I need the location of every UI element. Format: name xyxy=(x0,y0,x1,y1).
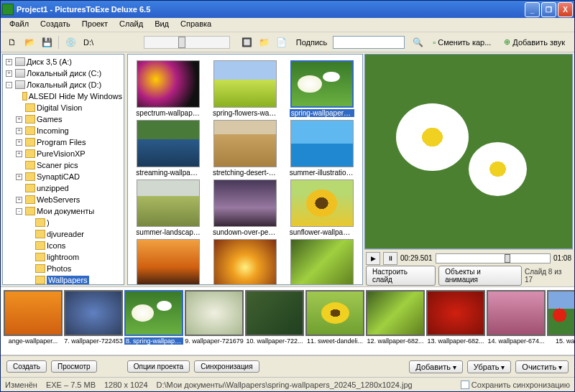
filmstrip-item[interactable]: 9. wallpaper-721679 xyxy=(185,290,244,352)
filmstrip-item[interactable]: 8. spring-wallpapers... xyxy=(124,290,183,352)
filmstrip-item[interactable]: 10. wallpaper-722... xyxy=(245,290,304,352)
tree-item[interactable]: ) xyxy=(4,217,122,228)
new-icon[interactable]: 🗋 xyxy=(5,35,19,50)
filmstrip-item[interactable]: ange-wallpaper... xyxy=(4,290,63,352)
thumbnail-item[interactable]: spring-flowers-wallpaper... xyxy=(211,60,280,117)
tree-item[interactable]: Icons xyxy=(4,240,122,251)
time-total: 01:08 xyxy=(553,254,571,262)
folder-icon[interactable]: 📁 xyxy=(257,35,272,50)
menu-Вид[interactable]: Вид xyxy=(149,18,175,32)
menu-Слайд[interactable]: Слайд xyxy=(114,18,149,32)
caption-input[interactable] xyxy=(333,36,405,49)
tree-item[interactable]: djvureader xyxy=(4,228,122,240)
menu-Проект[interactable]: Проект xyxy=(76,18,114,32)
clear-button[interactable]: Очистить ▾ xyxy=(515,360,569,373)
app-icon xyxy=(2,4,14,15)
thumbnail-item[interactable]: streaming-wallpapers_20... xyxy=(134,120,203,177)
menu-Создать[interactable]: Создать xyxy=(34,18,76,32)
slide-counter: Слайд 8 из 17 xyxy=(525,268,571,284)
tree-item[interactable]: lightroom xyxy=(4,251,122,263)
filmstrip-item[interactable]: 13. wallpaper-682... xyxy=(426,290,485,352)
toolbar: 🗋 📂 💾 💿 D:\ 🔲 📁 📄 Подпись 🔍 ▫Сменить кар… xyxy=(1,32,574,52)
tree-item[interactable]: unzipped xyxy=(4,182,122,194)
save-icon[interactable]: 💾 xyxy=(40,35,54,50)
window-title: Project1 - PicturesToExe Deluxe 6.5 xyxy=(17,5,525,14)
status-changed: Изменён xyxy=(5,381,37,389)
status-resolution: 1280 x 1024 xyxy=(104,381,148,389)
add-sound-button[interactable]: ⊕Добавить звук xyxy=(499,35,570,49)
tree-item[interactable]: +Локальный диск (C:) xyxy=(4,67,122,79)
filmstrip-item[interactable]: 11. sweet-dandeli... xyxy=(305,290,364,352)
tree-item[interactable]: Digital Vision xyxy=(4,102,122,113)
thumbnail-item[interactable]: spring-wallpapers_20... xyxy=(287,60,356,117)
thumbnail-item[interactable]: sunflower-wallpapers_18... xyxy=(287,179,356,236)
change-image-button[interactable]: ▫Сменить кар... xyxy=(428,36,496,49)
thumbnail-item[interactable] xyxy=(211,239,280,285)
objects-animation-button[interactable]: Объекты и анимация xyxy=(438,266,522,286)
caption-browse-icon[interactable]: 🔍 xyxy=(410,35,425,50)
tree-item[interactable]: +PureVisionXP xyxy=(4,148,122,159)
preview-image xyxy=(365,55,572,248)
tree-item[interactable]: +Program Files xyxy=(4,136,122,148)
tree-item[interactable]: Scaner pics xyxy=(4,159,122,171)
preview-button[interactable]: Просмотр xyxy=(51,360,97,373)
project-options-button[interactable]: Опции проекта xyxy=(127,360,190,373)
pause-button[interactable]: ⏸ xyxy=(383,252,397,265)
thumbnail-grid[interactable]: spectrum-wallpapers_17...spring-flowers-… xyxy=(127,54,363,285)
filmstrip[interactable]: ange-wallpaper...7. wallpaper-7224538. s… xyxy=(1,286,574,355)
maximize-button[interactable]: ❐ xyxy=(541,2,556,17)
menubar: ФайлСоздатьПроектСлайдВидСправка xyxy=(1,18,574,32)
caption-label: Подпись xyxy=(296,38,328,47)
tree-item[interactable]: +WebServers xyxy=(4,194,122,205)
time-current: 00:29.501 xyxy=(400,254,433,262)
tree-item[interactable]: -Локальный диск (D:) xyxy=(4,79,122,90)
player-bar: ▶ ⏸ 00:29.501 01:08 xyxy=(364,249,573,266)
titlebar: Project1 - PicturesToExe Deluxe 6.5 _ ❐ … xyxy=(1,1,574,18)
create-button[interactable]: Создать xyxy=(6,360,47,373)
thumbnail-item[interactable] xyxy=(134,239,203,285)
filmstrip-item[interactable]: 12. wallpaper-682... xyxy=(366,290,425,352)
folder-tree[interactable]: +Диск 3,5 (A:)+Локальный диск (C:)-Локал… xyxy=(2,54,124,285)
thumbnail-item[interactable]: summer-illustration-wallp... xyxy=(287,120,356,177)
filmstrip-item[interactable]: 15. wallpape... xyxy=(547,290,574,352)
tree-item[interactable]: ALSEDI Hide My Windows xyxy=(4,90,122,102)
thumbnail-item[interactable]: summer-landscape-wallp... xyxy=(134,179,203,236)
minimize-button[interactable]: _ xyxy=(525,2,540,17)
status-path: D:\Мои документы\Wallpapers\spring-wallp… xyxy=(157,381,452,389)
statusbar: Изменён EXE – 7.5 MB 1280 x 1024 D:\Мои … xyxy=(1,377,574,391)
save-sync-checkbox[interactable]: Сохранить синхронизацию xyxy=(461,381,570,389)
status-exe: EXE – 7.5 MB xyxy=(46,381,96,389)
thumbnail-item[interactable]: sundown-over-peaks-wal... xyxy=(211,179,280,236)
tree-item[interactable]: +SynaptiCAD xyxy=(4,171,122,182)
preview-pane xyxy=(364,54,573,249)
open-icon[interactable]: 📂 xyxy=(22,35,37,50)
tree-item[interactable]: +Games xyxy=(4,113,122,125)
menu-Файл[interactable]: Файл xyxy=(4,18,34,32)
add-button[interactable]: Добавить ▾ xyxy=(409,360,462,373)
drive-label: D:\ xyxy=(80,38,96,47)
sync-button[interactable]: Синхронизация xyxy=(194,360,259,373)
tree-item[interactable]: +Диск 3,5 (A:) xyxy=(4,56,122,67)
seek-slider[interactable] xyxy=(436,253,551,263)
bottom-toolbar: Создать Просмотр Опции проекта Синхрониз… xyxy=(1,355,574,377)
close-button[interactable]: X xyxy=(558,2,573,17)
filmstrip-item[interactable]: 7. wallpaper-722453 xyxy=(64,290,123,352)
tree-item[interactable]: Photos xyxy=(4,263,122,274)
remove-button[interactable]: Убрать ▾ xyxy=(467,360,512,373)
tree-item[interactable]: -Мои документы xyxy=(4,205,122,217)
thumbnail-item[interactable]: spectrum-wallpapers_17... xyxy=(134,60,203,117)
tree-item[interactable]: Wallpapers xyxy=(4,274,122,285)
play-button[interactable]: ▶ xyxy=(366,252,380,265)
tree-item[interactable]: +Incoming xyxy=(4,125,122,136)
menu-Справка[interactable]: Справка xyxy=(175,18,217,32)
thumbnail-item[interactable] xyxy=(287,239,356,285)
filmstrip-item[interactable]: 14. wallpaper-674... xyxy=(487,290,546,352)
thumbnail-item[interactable]: stretching-desert-wallpa... xyxy=(211,120,280,177)
doc-icon[interactable]: 📄 xyxy=(275,35,289,50)
configure-slide-button[interactable]: Настроить слайд xyxy=(366,266,436,286)
zoom-slider[interactable] xyxy=(144,36,230,49)
view-icon[interactable]: 🔲 xyxy=(240,35,254,50)
drive-icon[interactable]: 💿 xyxy=(63,35,78,50)
